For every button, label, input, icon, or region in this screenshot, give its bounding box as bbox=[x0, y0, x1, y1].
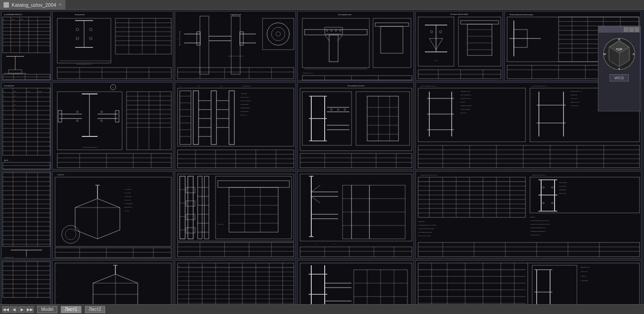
document-tab[interactable]: Katalog_uzlov_2004 × bbox=[0, 0, 66, 10]
svg-text:Соединения болтов узлов 40 т/п: Соединения болтов узлов 40 т/п и 50 т/п bbox=[420, 174, 437, 175]
drawing-cell-r3c1[interactable]: Соединение составное bbox=[1, 171, 51, 259]
svg-text:Примечания:: Примечания: bbox=[530, 216, 536, 217]
svg-text:Б: Б bbox=[57, 282, 58, 283]
svg-text:1 Узел О-4: 1 Узел О-4 bbox=[57, 174, 64, 176]
svg-rect-435 bbox=[300, 247, 412, 257]
status-bar: ◀◀ ◀ ▶ ▶▶ Model Лист1 Лист2 bbox=[0, 304, 644, 314]
svg-rect-398 bbox=[216, 176, 292, 239]
svg-rect-508 bbox=[55, 263, 171, 304]
svg-text:А1: А1 bbox=[300, 243, 301, 244]
svg-text:Наим.: Наим. bbox=[21, 19, 23, 20]
svg-rect-484 bbox=[418, 242, 640, 257]
svg-text:до 50 кН/м: до 50 кН/м bbox=[461, 102, 465, 102]
drawing-cell-r4c3[interactable]: № A B C bbox=[175, 260, 296, 304]
svg-rect-188 bbox=[3, 162, 50, 169]
drawing-cell-r4c5[interactable]: Примечания к узлам 1. Болты М20 8.8 2. С… bbox=[415, 260, 641, 304]
svg-text:2. Болты М20-8.8: 2. Болты М20-8.8 bbox=[570, 98, 578, 99]
nav-close-button[interactable]: × bbox=[635, 27, 639, 32]
drawing-cell-r4c1[interactable]: Соединение составное bbox=[1, 260, 51, 304]
svg-point-203 bbox=[76, 120, 78, 122]
svg-rect-575 bbox=[532, 265, 577, 304]
drawing-cell-r1c5[interactable]: Узел крепл. прогона к ферм. Вид А bbox=[415, 11, 503, 81]
svg-rect-230 bbox=[178, 88, 294, 146]
svg-rect-54 bbox=[200, 16, 209, 74]
svg-point-70 bbox=[271, 27, 285, 41]
svg-text:Разрез конструкции по оси 303-: Разрез конструкции по оси 303-303А bbox=[228, 55, 244, 56]
svg-text:3. Прочность при расчёте: 3. Прочность при расчёте bbox=[240, 100, 251, 101]
drawing-cell-r2c2[interactable]: Г Вариант исполнения для листа 65 bbox=[52, 82, 173, 170]
svg-text:3: 3 bbox=[3, 104, 4, 105]
tab-close-button[interactable]: × bbox=[59, 2, 62, 7]
svg-text:1. Размеры в мм: 1. Размеры в мм bbox=[570, 94, 577, 95]
sheet2-tab[interactable]: Лист2 bbox=[85, 306, 105, 313]
drawing-cell-r3c5[interactable]: Соединения болтов узлов 40 т/п и 50 т/п … bbox=[415, 171, 641, 259]
svg-rect-408 bbox=[178, 242, 294, 257]
svg-rect-91 bbox=[373, 18, 411, 68]
drawing-cell-r1c3[interactable]: Соединение труб 30 bbox=[175, 11, 296, 81]
svg-text:W: W bbox=[603, 53, 606, 55]
svg-rect-240 bbox=[211, 91, 216, 144]
drawing-cell-r2c1[interactable]: Узлы крепления № Марка Н, мм Примеч bbox=[1, 82, 51, 170]
drawing-cell-r1c1[interactable]: Б и НЕЛИНЕЙН УПРУГОСТЬ № Марка Наим. bbox=[1, 11, 51, 81]
svg-text:Зн4Б: Зн4Б bbox=[220, 85, 222, 86]
model-tab[interactable]: Model bbox=[37, 306, 57, 313]
nav-minimize-button[interactable]: ─ bbox=[624, 27, 628, 32]
svg-text:4. Натяжение болтов контролиро: 4. Натяжение болтов контролировать bbox=[530, 231, 546, 232]
nav-cube-window[interactable]: ─ □ × TOP N E S bbox=[598, 26, 640, 111]
svg-text:Применяемость узлов:: Применяемость узлов: bbox=[461, 91, 470, 92]
svg-point-84 bbox=[326, 30, 328, 31]
svg-text:Узел опирания балки: Узел опирания балки bbox=[338, 14, 352, 16]
svg-text:Узел крепл. прогона к ферм.: Узел крепл. прогона к ферм. bbox=[450, 13, 468, 15]
svg-rect-80 bbox=[302, 18, 369, 68]
drawing-cell-r3c4[interactable]: А1 Б2 В3 bbox=[297, 171, 414, 259]
svg-rect-389 bbox=[186, 228, 195, 233]
svg-rect-416 bbox=[300, 174, 412, 241]
svg-text:Примеч: Примеч bbox=[38, 91, 42, 92]
drawing-cell-r2c3[interactable]: Зн4. Зн4А Зн4Б Длина ветвей эл. № bbox=[175, 82, 296, 170]
svg-text:Зн4.: Зн4. bbox=[180, 85, 182, 86]
document-icon bbox=[4, 2, 9, 8]
svg-text:по ГОСТ 22353: по ГОСТ 22353 bbox=[124, 192, 131, 193]
svg-text:Вид А: Вид А bbox=[435, 60, 437, 61]
drawing-cell-r1c2[interactable]: Узел крепления Вариант исполнения для ли… bbox=[52, 11, 173, 81]
drawing-cell-r4c2[interactable]: А Б В bbox=[52, 260, 173, 304]
svg-text:УК-2: УК-2 bbox=[14, 100, 16, 101]
svg-text:Г: Г bbox=[113, 87, 114, 89]
svg-text:Узлы крепления: Узлы крепления bbox=[4, 85, 14, 87]
svg-point-281 bbox=[344, 109, 346, 110]
svg-rect-19 bbox=[8, 70, 22, 73]
drawing-cell-r3c2[interactable]: 1 Узел О-4 1. Болты крепить по ГОСТ 2235… bbox=[52, 171, 173, 259]
drawing-cell-r2c4[interactable]: Узлы опирания на колонны bbox=[297, 82, 414, 170]
svg-text:2: 2 bbox=[3, 100, 4, 101]
svg-text:В: В bbox=[57, 296, 58, 297]
sheet1-tab[interactable]: Лист1 bbox=[61, 306, 81, 313]
drawing-cell-r4c4[interactable] bbox=[297, 260, 414, 304]
tab-label: Katalog_uzlov_2004 bbox=[12, 2, 56, 8]
svg-rect-239 bbox=[193, 91, 199, 144]
nav-last-button[interactable]: ▶▶ bbox=[26, 306, 34, 313]
svg-point-471 bbox=[551, 187, 553, 188]
svg-point-473 bbox=[551, 202, 553, 204]
wcs-button[interactable]: WCS bbox=[610, 74, 629, 81]
svg-rect-322 bbox=[418, 145, 640, 168]
svg-text:конструкций с нагрузкой: конструкций с нагрузкой bbox=[461, 98, 471, 99]
svg-text:Узлы соединений монтажных стык: Узлы соединений монтажных стыков балок bbox=[418, 225, 436, 225]
nav-first-button[interactable]: ◀◀ bbox=[2, 306, 9, 313]
svg-rect-241 bbox=[229, 91, 234, 144]
svg-text:1. Болты крепить: 1. Болты крепить bbox=[124, 189, 131, 190]
svg-text:2. Гайки по ГОСТ 22354, шайбы : 2. Гайки по ГОСТ 22354, шайбы по ГОСТ 22… bbox=[530, 224, 550, 225]
svg-rect-282 bbox=[356, 92, 410, 145]
svg-rect-55 bbox=[231, 16, 240, 74]
svg-point-32 bbox=[89, 28, 92, 31]
svg-text:№: № bbox=[3, 91, 4, 92]
drawing-cell-r1c4[interactable]: Узел опирания балки Примечание: б bbox=[297, 11, 414, 81]
svg-point-204 bbox=[101, 111, 102, 113]
svg-text:Марка: Марка bbox=[14, 91, 17, 92]
drawing-area[interactable]: Б и НЕЛИНЕЙН УПРУГОСТЬ № Марка Наим. bbox=[0, 10, 644, 304]
nav-maximize-button[interactable]: □ bbox=[629, 27, 634, 32]
nav-next-button[interactable]: ▶ bbox=[18, 306, 25, 313]
nav-prev-button[interactable]: ◀ bbox=[10, 306, 17, 313]
svg-text:Применяемость:: Применяемость: bbox=[418, 221, 425, 222]
drawing-cell-r3c3[interactable]: Разрез по оси bbox=[175, 171, 296, 259]
svg-rect-219 bbox=[57, 153, 171, 168]
